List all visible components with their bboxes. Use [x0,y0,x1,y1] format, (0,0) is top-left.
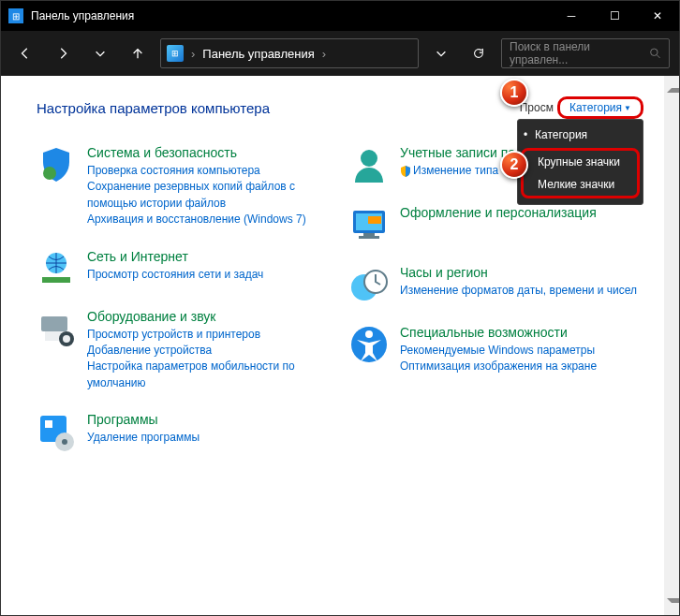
shield-icon [37,145,76,184]
category-clock-region: Часы и регион Изменение форматов даты, в… [349,265,643,304]
chevron-right-icon[interactable]: › [191,47,195,61]
category-title[interactable]: Часы и регион [400,265,643,280]
user-icon [349,145,389,184]
category-title[interactable]: Специальные возможности [400,325,643,340]
chevron-down-icon: ▼ [624,104,631,112]
svg-rect-4 [41,316,67,331]
network-icon [37,249,76,288]
control-panel-icon: ⊞ [167,45,184,62]
view-by-value: Категория [569,101,622,114]
svg-point-11 [62,439,67,445]
address-dropdown-button[interactable] [426,38,456,68]
category-programs: Программы Удаление программы [37,412,331,451]
maximize-button[interactable]: ☐ [593,1,636,31]
search-input[interactable]: Поиск в панели управлен... [501,38,670,68]
close-button[interactable]: ✕ [636,1,679,31]
category-system-security: Система и безопасность Проверка состояни… [37,145,331,228]
search-placeholder: Поиск в панели управлен... [510,40,643,66]
svg-rect-15 [363,233,375,236]
svg-point-1 [43,167,56,180]
category-link[interactable]: Сохранение резервных копий файлов с помо… [87,179,331,212]
minimize-button[interactable]: ─ [550,1,593,31]
svg-point-21 [365,330,373,338]
annotation-badge-2: 2 [500,151,528,179]
programs-icon [37,412,76,451]
category-accessibility: Специальные возможности Рекомендуемые Wi… [349,325,643,375]
category-link[interactable]: Архивация и восстановление (Windows 7) [87,212,331,227]
control-panel-icon: ⊞ [8,8,23,23]
recent-dropdown-button[interactable] [85,38,115,68]
category-link[interactable]: Проверка состояния компьютера [87,163,331,179]
category-link[interactable]: Настройка параметров мобильности по умол… [87,359,331,391]
svg-rect-9 [45,420,52,428]
svg-rect-16 [359,236,379,239]
clock-icon [349,265,389,304]
annotation-badge-1: 1 [500,79,528,107]
svg-point-7 [63,335,70,343]
category-title[interactable]: Система и безопасность [87,145,331,160]
svg-rect-17 [368,216,381,224]
category-network-internet: Сеть и Интернет Просмотр состояния сети … [37,249,331,288]
svg-rect-3 [42,277,70,283]
category-title[interactable]: Оборудование и звук [87,309,331,324]
category-link[interactable]: Оптимизация изображения на экране [400,359,643,374]
view-by-label: Просм [520,101,554,114]
accessibility-icon [349,325,389,364]
refresh-button[interactable] [464,38,494,68]
menu-item-category[interactable]: Категория [518,124,643,146]
forward-button[interactable] [48,38,78,68]
uac-shield-icon [400,166,411,177]
up-button[interactable] [123,38,153,68]
vertical-scrollbar[interactable] [664,76,679,615]
left-column: Система и безопасность Проверка состояни… [37,145,331,472]
category-link[interactable]: Просмотр состояния сети и задач [87,267,331,283]
category-hardware-sound: Оборудование и звук Просмотр устройств и… [37,309,331,392]
category-title[interactable]: Сеть и Интернет [87,249,331,264]
category-title[interactable]: Программы [87,412,331,427]
view-by-dropdown[interactable]: Категория ▼ [557,96,643,119]
address-bar[interactable]: ⊞ › Панель управления › [160,38,419,68]
breadcrumb[interactable]: Панель управления [202,47,314,61]
svg-point-0 [650,49,657,55]
navbar: ⊞ › Панель управления › Поиск в панели у… [1,31,679,76]
menu-item-small-icons[interactable]: Мелкие значки [524,173,637,196]
window-title: Панель управления [31,9,550,22]
search-icon [649,47,661,60]
category-link[interactable]: Изменение форматов даты, времени и чисел [400,283,643,299]
svg-point-12 [361,150,377,167]
printer-icon [37,309,76,348]
category-link[interactable]: Просмотр устройств и принтеров [87,327,331,343]
page-title: Настройка параметров компьютера [37,100,270,116]
monitor-icon [349,205,389,244]
view-by-menu: Категория Крупные значки Мелкие значки [517,119,643,205]
category-title[interactable]: Оформление и персонализация [400,205,643,220]
chevron-right-icon[interactable]: › [322,47,326,61]
view-by-control: Просм Категория ▼ Категория Крупные знач… [520,96,643,119]
category-link[interactable]: Удаление программы [87,430,331,446]
menu-item-large-icons[interactable]: Крупные значки [524,151,637,173]
back-button[interactable] [10,38,40,68]
titlebar: ⊞ Панель управления ─ ☐ ✕ [1,1,679,31]
category-link[interactable]: Рекомендуемые Windows параметры [400,343,643,359]
category-link[interactable]: Добавление устройства [87,343,331,359]
content-area: 1 2 Настройка параметров компьютера Прос… [1,76,679,615]
category-appearance: Оформление и персонализация [349,205,643,244]
